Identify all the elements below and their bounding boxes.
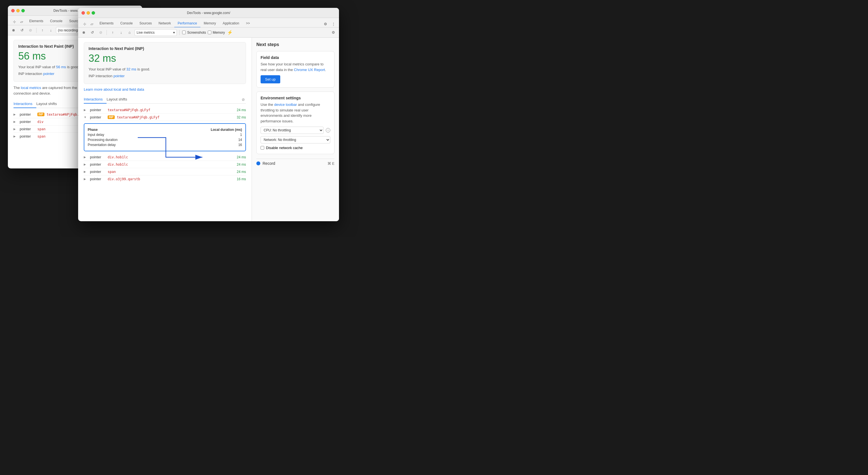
minimize-button-1[interactable] [16, 9, 20, 12]
tab-console-1[interactable]: Console [46, 18, 66, 25]
w2-time-2: 24 ms [233, 155, 246, 159]
inp-interaction-link-1[interactable]: pointer [43, 72, 55, 76]
screenshots-label-2: Screenshots [187, 31, 206, 35]
more-icon[interactable]: ⋮ [330, 21, 337, 27]
expand-arrow-3[interactable]: ▶ [13, 135, 18, 138]
record-shortcut: ⌘ E [328, 162, 335, 166]
inp-inline-link-1[interactable]: 56 ms [56, 65, 66, 69]
traffic-lights-1 [11, 9, 25, 12]
record-button[interactable]: Record [256, 161, 275, 166]
record-circle-icon[interactable]: ⏺ [10, 27, 17, 34]
w2-type-2: pointer [90, 155, 105, 159]
close-button-1[interactable] [11, 9, 14, 12]
cpu-throttle-select[interactable]: CPU: No throttling [260, 127, 323, 134]
w2-expand-2[interactable]: ▶ [84, 156, 88, 159]
expand-arrow-1[interactable]: ▶ [13, 120, 18, 123]
download-icon[interactable]: ↓ [48, 27, 54, 34]
sub-tab-interactions-2[interactable]: Interactions [84, 96, 106, 104]
settings-icon[interactable]: ⚙ [322, 21, 329, 27]
w2-expand-4[interactable]: ▶ [84, 170, 88, 173]
w2-target-4[interactable]: span [107, 170, 231, 174]
w2-interaction-row-0: ▶ pointer textarea#APjFqb.gLFyf 24 ms [84, 106, 246, 114]
network-throttle-select[interactable]: Network: No throttling [260, 136, 330, 143]
device-toolbar-link[interactable]: device toolbar [274, 102, 297, 107]
cpu-info-icon[interactable]: i [326, 128, 330, 133]
setup-button[interactable]: Set up [260, 75, 280, 83]
w2-target-1[interactable]: textarea#APjFqb.gLFyf [117, 115, 231, 119]
tab-performance-2[interactable]: Performance [174, 20, 200, 28]
sub-tab-layout-1[interactable]: Layout shifts [36, 100, 61, 108]
w2-interaction-row-1: ▼ pointer INP textarea#APjFqb.gLFyf 32 m… [84, 114, 246, 121]
w2-target-2[interactable]: div.hob1lc [107, 155, 231, 159]
stop-icon-2[interactable]: ⊘ [97, 29, 104, 36]
dropdown-arrow-2: ▾ [173, 31, 175, 35]
reload-icon[interactable]: ↺ [19, 27, 25, 34]
title-bar-2: DevTools - www.google.com/ [78, 8, 339, 18]
w2-interaction-row-2: ▶ pointer div.hob1lc 24 ms [84, 154, 246, 161]
record-label: Record [262, 161, 275, 166]
device-toolbar-icon[interactable]: ▱ [18, 18, 25, 25]
env-settings-desc: Use the device toolbar and configure thr… [260, 102, 330, 124]
w2-interaction-row-5: ▶ pointer div.o3j99.qarstb 16 ms [84, 175, 246, 182]
expand-arrow-2[interactable]: ▶ [13, 128, 18, 131]
stop-icon[interactable]: ⊘ [27, 27, 34, 34]
upload-icon-2[interactable]: ↑ [110, 29, 116, 36]
tab-network-2[interactable]: Network [155, 20, 174, 28]
minimize-button-2[interactable] [87, 11, 90, 14]
tab-application-2[interactable]: Application [219, 20, 243, 28]
tab-elements-1[interactable]: Elements [26, 18, 46, 25]
live-metrics-label: Live metrics [136, 31, 155, 35]
maximize-button-2[interactable] [92, 11, 95, 14]
w2-expand-5[interactable]: ▶ [84, 177, 88, 180]
inp-inline-link-2[interactable]: 32 ms [126, 67, 136, 71]
w2-target-0[interactable]: textarea#APjFqb.gLFyf [107, 108, 231, 112]
w2-expand-3[interactable]: ▶ [84, 163, 88, 166]
inp-interaction-link-2[interactable]: pointer [114, 74, 125, 78]
cursor-icon[interactable]: ⊹ [11, 18, 18, 25]
screenshots-checkbox-2[interactable] [182, 31, 186, 34]
chrome-ux-link[interactable]: Chrome UX Report [294, 68, 325, 72]
sub-tab-layout-2[interactable]: Layout shifts [106, 96, 131, 104]
next-steps-title: Next steps [256, 42, 335, 47]
memory-checkbox[interactable] [208, 31, 211, 34]
record-circle-icon-2[interactable]: ⏺ [81, 29, 87, 36]
live-metrics-dropdown[interactable]: Live metrics ▾ [135, 29, 177, 36]
device-toolbar-icon-2[interactable]: ▱ [89, 21, 95, 27]
tab-sources-2[interactable]: Sources [136, 20, 155, 28]
interaction-type-1: pointer [20, 120, 35, 124]
w2-time-4: 24 ms [233, 170, 246, 174]
expand-arrow-0[interactable]: ▶ [13, 113, 18, 116]
settings-icon-2[interactable]: ⚙ [330, 29, 337, 36]
main-panel: Interaction to Next Paint (INP) 32 ms Yo… [78, 38, 252, 221]
maximize-button-1[interactable] [21, 9, 25, 12]
sub-tab-interactions-1[interactable]: Interactions [13, 100, 36, 108]
reload-icon-2[interactable]: ↺ [89, 29, 96, 36]
field-data-desc: See how your local metrics compare to re… [260, 62, 330, 72]
disable-cache-row: Disable network cache [260, 146, 330, 150]
home-icon-2[interactable]: ⌂ [126, 29, 133, 36]
upload-icon[interactable]: ↑ [39, 27, 46, 34]
w2-expand-1[interactable]: ▼ [84, 116, 88, 119]
cpu-profile-icon[interactable]: ⚡ [226, 29, 233, 36]
tab-elements-2[interactable]: Elements [96, 20, 117, 28]
record-row: Record ⌘ E [256, 159, 335, 168]
learn-more-link[interactable]: Learn more about local and field data [84, 87, 246, 92]
local-metrics-link[interactable]: local metrics [21, 86, 41, 90]
w2-target-3[interactable]: div.hob1lc [107, 163, 231, 167]
disable-cache-checkbox[interactable] [260, 146, 264, 149]
cursor-icon-2[interactable]: ⊹ [81, 21, 88, 27]
tab-more-2[interactable]: >> [243, 20, 253, 28]
w2-expand-0[interactable]: ▶ [84, 108, 88, 111]
download-icon-2[interactable]: ↓ [118, 29, 125, 36]
close-button-2[interactable] [82, 11, 85, 14]
field-data-card: Field data See how your local metrics co… [256, 51, 335, 88]
devtools-window-2: DevTools - www.google.com/ ⊹ ▱ Elements … [78, 8, 339, 221]
clear-icon-2[interactable]: ⊘ [241, 96, 246, 103]
w2-time-5: 16 ms [233, 177, 246, 181]
tab-memory-2[interactable]: Memory [200, 20, 219, 28]
w2-target-5[interactable]: div.o3j99.qarstb [107, 177, 231, 181]
rec-toolbar-2: ⏺ ↺ ⊘ ↑ ↓ ⌂ Live metrics ▾ Screenshots M… [78, 28, 339, 38]
tab-console-2[interactable]: Console [117, 20, 136, 28]
toolbar-right-icons: ⚙ ⋮ [322, 21, 337, 27]
inp-badge-0: INP [37, 112, 44, 116]
